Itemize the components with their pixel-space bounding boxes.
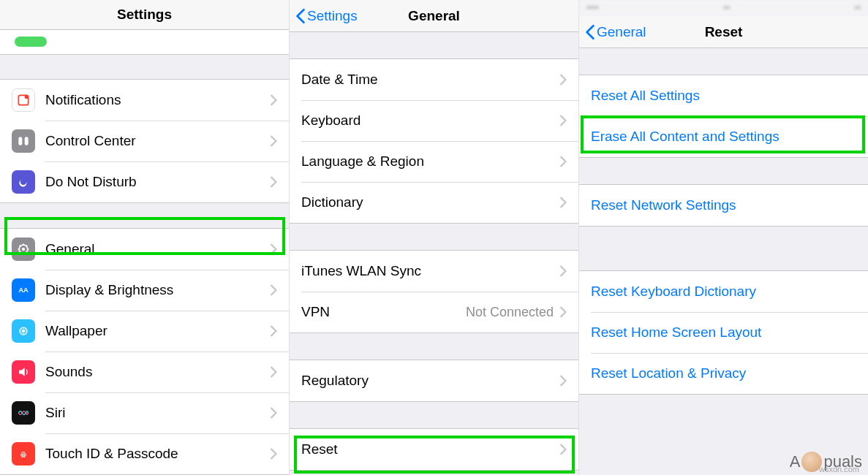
- row-reset[interactable]: Reset: [290, 429, 578, 470]
- row-label: iTunes WLAN Sync: [301, 263, 559, 279]
- chevron-right-icon: [559, 74, 567, 86]
- display-brightness-icon: AA: [12, 278, 35, 302]
- row-label: VPN: [301, 304, 466, 320]
- row-label: General: [45, 241, 270, 257]
- row-touch-id[interactable]: Touch ID & Passcode: [0, 433, 289, 474]
- reset-pane: •••••••• General Reset Reset All Setting…: [579, 0, 868, 475]
- row-notifications[interactable]: Notifications: [0, 80, 289, 121]
- page-title: General: [408, 8, 460, 24]
- navbar-reset: General Reset: [579, 16, 868, 48]
- row-itunes-wlan-sync[interactable]: iTunes WLAN Sync: [290, 251, 578, 292]
- row-label: Dictionary: [301, 194, 559, 210]
- row-siri[interactable]: Siri: [0, 392, 289, 433]
- chevron-right-icon: [270, 448, 277, 460]
- row-date-time[interactable]: Date & Time: [290, 59, 578, 100]
- chevron-right-icon: [270, 407, 277, 419]
- general-pane: Settings General Date & Time Keyboard La…: [290, 0, 579, 475]
- row-label: Language & Region: [301, 153, 559, 170]
- chevron-right-icon: [270, 325, 277, 337]
- watermark-prefix: A: [790, 452, 801, 471]
- settings-group-1: Notifications Control Center Do Not Dist…: [0, 79, 289, 203]
- row-label: Regulatory: [301, 373, 559, 389]
- watermark-domain: wsxdn.com: [819, 465, 859, 474]
- back-button[interactable]: Settings: [295, 8, 358, 24]
- row-regulatory[interactable]: Regulatory: [290, 360, 578, 401]
- row-label: Siri: [45, 405, 270, 421]
- row-dictionary[interactable]: Dictionary: [290, 182, 578, 223]
- row-label: Reset Network Settings: [591, 197, 856, 213]
- row-label: Display & Brightness: [45, 282, 270, 298]
- navbar-settings: Settings: [0, 0, 289, 30]
- chevron-right-icon: [559, 115, 567, 126]
- row-label: Reset Location & Privacy: [591, 365, 856, 381]
- row-reset-network[interactable]: Reset Network Settings: [579, 185, 868, 226]
- row-label: Notifications: [45, 92, 270, 108]
- row-label: Reset: [301, 441, 559, 457]
- svg-rect-2: [18, 137, 22, 146]
- row-reset-keyboard-dict[interactable]: Reset Keyboard Dictionary: [579, 271, 868, 312]
- chevron-right-icon: [559, 444, 567, 455]
- svg-rect-3: [25, 137, 29, 146]
- status-bar: ••••••••: [579, 0, 868, 16]
- chevron-right-icon: [559, 375, 567, 387]
- general-group-3: Regulatory: [290, 360, 578, 402]
- row-do-not-disturb[interactable]: Do Not Disturb: [0, 162, 289, 202]
- row-general[interactable]: General: [0, 229, 289, 270]
- reset-group-3: Reset Keyboard Dictionary Reset Home Scr…: [579, 270, 868, 395]
- chevron-right-icon: [559, 156, 567, 167]
- row-wallpaper[interactable]: Wallpaper: [0, 311, 289, 352]
- control-center-icon: [12, 129, 35, 153]
- row-reset-home-screen[interactable]: Reset Home Screen Layout: [579, 312, 868, 353]
- chevron-right-icon: [270, 94, 277, 106]
- toggle-switch-icon[interactable]: [15, 37, 47, 47]
- row-control-center[interactable]: Control Center: [0, 121, 289, 162]
- general-group-1: Date & Time Keyboard Language & Region D…: [290, 58, 578, 224]
- reset-group-2: Reset Network Settings: [579, 184, 868, 227]
- row-label: Keyboard: [301, 113, 559, 129]
- back-button[interactable]: General: [585, 24, 646, 40]
- partial-toggle-row[interactable]: [0, 30, 289, 55]
- sounds-icon: [12, 360, 35, 384]
- row-vpn[interactable]: VPN Not Connected: [290, 292, 578, 332]
- touch-id-icon: [12, 442, 35, 466]
- row-label: Date & Time: [301, 72, 559, 88]
- watermark: A puals wsxdn.com: [790, 452, 862, 472]
- row-reset-location-privacy[interactable]: Reset Location & Privacy: [579, 353, 868, 394]
- chevron-right-icon: [559, 265, 567, 277]
- general-group-4: Reset: [290, 428, 578, 471]
- row-label: Reset All Settings: [591, 88, 856, 104]
- row-sounds[interactable]: Sounds: [0, 352, 289, 392]
- notifications-icon: [12, 88, 35, 112]
- wallpaper-icon: [12, 319, 35, 343]
- chevron-right-icon: [559, 197, 567, 208]
- row-detail: Not Connected: [466, 305, 554, 320]
- chevron-right-icon: [270, 243, 277, 255]
- row-label: Do Not Disturb: [45, 174, 270, 190]
- chevron-right-icon: [270, 366, 277, 378]
- svg-point-1: [25, 96, 29, 99]
- row-erase-all-content[interactable]: Erase All Content and Settings: [579, 116, 868, 157]
- row-label: Touch ID & Passcode: [45, 446, 270, 462]
- chevron-right-icon: [270, 135, 277, 147]
- settings-group-2: General AA Display & Brightness Wallpape…: [0, 228, 289, 475]
- siri-icon: [12, 401, 35, 425]
- do-not-disturb-icon: [12, 170, 35, 194]
- chevron-right-icon: [559, 306, 567, 318]
- settings-pane: Settings Notifications Control Center: [0, 0, 290, 475]
- row-reset-all-settings[interactable]: Reset All Settings: [579, 75, 868, 116]
- chevron-right-icon: [270, 176, 277, 188]
- row-label: Reset Home Screen Layout: [591, 324, 856, 341]
- row-display-brightness[interactable]: AA Display & Brightness: [0, 270, 289, 311]
- general-group-2: iTunes WLAN Sync VPN Not Connected: [290, 250, 578, 333]
- reset-group-1: Reset All Settings Erase All Content and…: [579, 75, 868, 158]
- row-keyboard[interactable]: Keyboard: [290, 100, 578, 141]
- svg-point-5: [22, 248, 25, 251]
- row-label: Sounds: [45, 364, 270, 380]
- general-icon: [12, 238, 35, 261]
- navbar-general: Settings General: [290, 0, 578, 32]
- row-label: Control Center: [45, 133, 270, 149]
- chevron-right-icon: [270, 284, 277, 296]
- row-language-region[interactable]: Language & Region: [290, 141, 578, 182]
- back-label: Settings: [307, 8, 358, 24]
- page-title: Settings: [117, 7, 172, 23]
